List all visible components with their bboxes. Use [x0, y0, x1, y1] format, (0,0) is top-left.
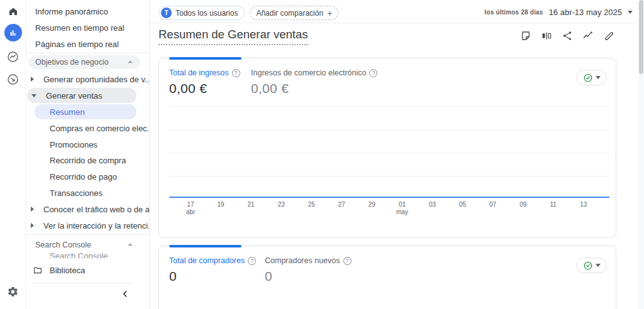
date-range-picker[interactable]: los últimos 28 días 16 abr-13 may 2025	[484, 8, 633, 17]
chevron-up-icon	[126, 241, 134, 249]
x-tick: 05	[454, 201, 472, 216]
date-preset-label: los últimos 28 días	[484, 9, 543, 16]
sidebar-item-informe-panoramico[interactable]: Informe panorámico	[26, 4, 149, 19]
segment-avatar: T	[161, 8, 172, 18]
metric-value: 0	[169, 269, 265, 284]
divider	[26, 234, 149, 235]
sidebar-group-conocer-trafico[interactable]: Conocer el tráfico web o de a...	[26, 202, 149, 217]
topbar-divider	[150, 23, 638, 23]
active-metric-tab-indicator	[169, 245, 242, 247]
x-tick: 09	[514, 201, 532, 216]
sidebar-item-transacciones[interactable]: Transacciones	[26, 185, 149, 200]
x-tick: 17abr	[182, 201, 199, 216]
sidebar-item-label: Biblioteca	[43, 266, 85, 275]
chevron-up-icon	[126, 58, 134, 66]
chevron-down-icon	[596, 264, 601, 267]
revenue-card: Total de ingresos ? 0,00 € Ingresos de c…	[158, 58, 616, 238]
buyers-card: Total de compradores ? 0 Compradores nue…	[158, 246, 616, 309]
sidebar-item-label: Promociones	[26, 140, 97, 149]
advertising-icon[interactable]	[0, 73, 26, 86]
sidebar-item-recorrido-compra[interactable]: Recorrido de compra	[26, 153, 149, 168]
divider	[26, 53, 149, 53]
metric-value: 0,00 €	[251, 81, 576, 96]
sidebar-item-label: Recorrido de pago	[26, 172, 117, 182]
metric-total-compradores[interactable]: Total de compradores ? 0	[169, 256, 265, 284]
metric-ingresos-ecommerce[interactable]: Ingresos de comercio electrónico ? 0,00 …	[251, 68, 576, 96]
check-circle-icon	[583, 261, 593, 271]
metric-total-ingresos[interactable]: Total de ingresos ? 0,00 €	[169, 68, 251, 96]
x-tick: 29	[363, 201, 380, 216]
chart-gridline	[169, 153, 609, 153]
sidebar-group-generar-ventas[interactable]: Generar ventas	[27, 88, 136, 103]
ga4-report-page: Informe panorámico Resumen en tiempo rea…	[0, 0, 644, 309]
x-tick: 11	[545, 201, 562, 216]
check-circle-icon	[583, 73, 593, 83]
sidebar-item-label: Resumen	[35, 107, 85, 117]
edit-icon[interactable]	[604, 30, 615, 41]
sidebar-item-resumen-active[interactable]: Resumen	[35, 104, 136, 119]
sidebar-item-paginas-tiempo-real[interactable]: Páginas en tiempo real	[26, 36, 149, 52]
note-icon[interactable]	[520, 30, 531, 41]
settings-icon[interactable]	[0, 286, 26, 298]
scrollbar-thumb[interactable]	[639, 0, 643, 74]
chart-gridline	[169, 129, 609, 130]
section-header-objetivos-de-negocio[interactable]: Objetivos de negocio	[28, 55, 140, 69]
sidebar-item-label: Páginas en tiempo real	[26, 40, 119, 49]
sidebar-item-label: Transacciones	[26, 188, 103, 198]
sidebar-item-biblioteca[interactable]: Biblioteca	[26, 263, 149, 278]
sidebar-group-generar-oportunidades[interactable]: Generar oportunidades de v...	[26, 72, 149, 87]
divider	[31, 283, 133, 283]
sidebar-item-search-console-partial[interactable]: Search Console	[26, 251, 149, 258]
sidebar-item-recorrido-pago[interactable]: Recorrido de pago	[26, 169, 149, 184]
sidebar-group-label: Ver la interacción y la retenci...	[34, 221, 149, 230]
add-comparison-label: Añadir comparación	[256, 9, 323, 18]
insights-icon[interactable]	[582, 30, 594, 41]
sidebar-item-compras[interactable]: Compras en comercio elec...	[26, 121, 149, 136]
comparison-icon[interactable]	[541, 30, 552, 41]
help-icon[interactable]: ?	[369, 69, 377, 77]
metric-compradores-nuevos[interactable]: Compradores nuevos ? 0	[265, 256, 576, 284]
date-range-value: 16 abr-13 may 2025	[549, 8, 622, 17]
chevron-down-icon	[628, 11, 633, 14]
sidebar-group-label: Generar ventas	[36, 91, 103, 100]
chart-x-axis: 17abr 19 21 23 25 27 29 01may 03 05 07 0…	[182, 201, 592, 216]
x-tick: 27	[333, 201, 350, 216]
page-title: Resumen de Generar ventas	[158, 28, 308, 45]
section-header-label: Search Console	[35, 241, 91, 249]
data-quality-chip[interactable]	[576, 70, 607, 85]
segment-chips: T Todos los usuarios Añadir comparación …	[158, 6, 338, 20]
collapse-sidebar-icon[interactable]	[120, 289, 130, 301]
home-icon[interactable]	[0, 6, 26, 17]
data-quality-chip[interactable]	[576, 258, 607, 273]
metric-label: Ingresos de comercio electrónico	[251, 68, 366, 77]
metric-value: 0,00 €	[169, 81, 251, 96]
sidebar-item-label: Recorrido de compra	[26, 156, 126, 165]
folder-icon	[33, 265, 43, 275]
sidebar-item-label: Compras en comercio elec...	[26, 124, 149, 133]
metric-label: Compradores nuevos	[265, 256, 340, 265]
help-icon[interactable]: ?	[248, 257, 256, 265]
add-comparison-chip[interactable]: Añadir comparación +	[250, 6, 338, 20]
section-header-label: Objetivos de negocio	[35, 58, 109, 67]
sidebar-item-promociones[interactable]: Promociones	[26, 137, 149, 152]
help-icon[interactable]: ?	[232, 69, 240, 77]
share-icon[interactable]	[562, 30, 573, 41]
sidebar-group-ver-interaccion[interactable]: Ver la interacción y la retenci...	[26, 218, 149, 233]
reports-icon[interactable]	[0, 24, 26, 41]
x-tick: 01may	[393, 201, 411, 216]
section-header-search-console[interactable]: Search Console	[28, 238, 140, 252]
scrollbar-track[interactable]	[638, 0, 644, 309]
x-tick: 19	[212, 201, 230, 216]
all-users-chip[interactable]: T Todos los usuarios	[158, 6, 245, 20]
active-metric-tab-indicator	[169, 57, 242, 60]
x-tick: 21	[242, 201, 260, 216]
metric-label: Total de ingresos	[169, 68, 229, 77]
x-tick: 23	[272, 201, 290, 216]
app-rail	[0, 0, 26, 309]
sidebar-item-resumen-tiempo-real[interactable]: Resumen en tiempo real	[26, 20, 149, 35]
explore-icon[interactable]	[0, 50, 26, 63]
help-icon[interactable]: ?	[343, 257, 352, 265]
tree-arrow-expanded-icon	[31, 94, 36, 97]
metric-value: 0	[265, 269, 576, 284]
report-nav-sidebar: Informe panorámico Resumen en tiempo rea…	[26, 0, 150, 309]
